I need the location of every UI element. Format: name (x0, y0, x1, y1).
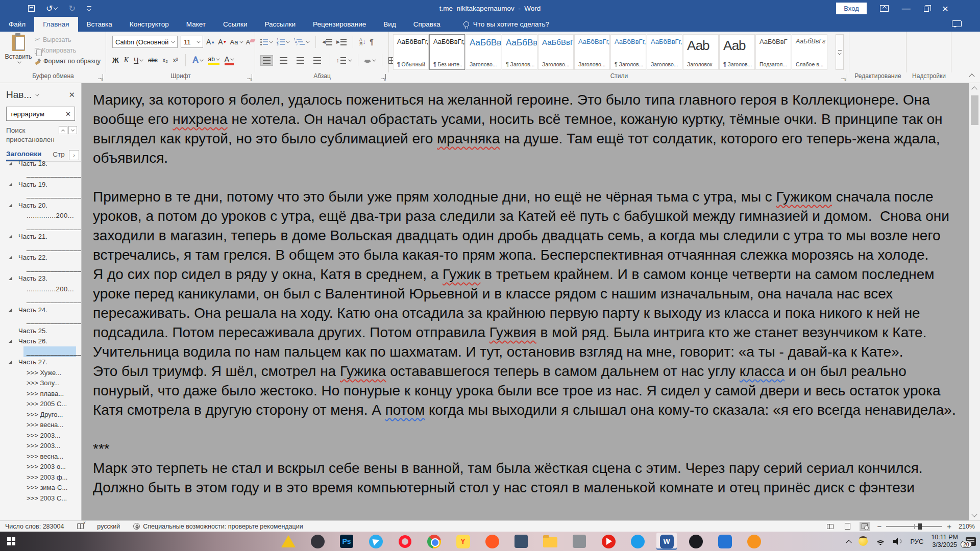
nav-heading-item[interactable]: >>> 2003... (0, 430, 81, 441)
style-card[interactable]: АаБбВвГг,¶ Обычный (393, 34, 429, 70)
amber-app-taskbar-button[interactable] (744, 533, 764, 550)
nav-heading-item[interactable]: Часть 22. (0, 253, 81, 263)
nav-heading-item[interactable]: Часть 24. (0, 305, 81, 315)
telegram-app-taskbar-button[interactable] (365, 533, 386, 550)
read-mode-button[interactable] (825, 522, 835, 531)
font-name-combobox[interactable]: Calibri (Основной (112, 36, 178, 48)
previous-result-button[interactable] (59, 126, 67, 134)
zoom-out-button[interactable]: − (877, 522, 881, 530)
clear-search-icon[interactable]: ✕ (65, 110, 71, 118)
close-button[interactable]: × (942, 3, 948, 14)
nav-heading-item[interactable]: >>> Хуже... (0, 367, 81, 378)
zoom-level[interactable]: 210% (959, 523, 975, 530)
nav-heading-item[interactable]: >>> 2005 С... (0, 399, 81, 410)
tab-Вставка[interactable]: Вставка (78, 17, 121, 32)
style-card[interactable]: АаБбВвГПодзагол... (755, 34, 791, 70)
undo-button[interactable]: ↺ (46, 4, 57, 13)
chrome-app-taskbar-button[interactable] (424, 533, 444, 550)
print-layout-button[interactable] (842, 522, 852, 531)
red-play-app-taskbar-button[interactable] (598, 533, 619, 550)
comments-icon[interactable] (952, 20, 962, 27)
yellow-triangle-app-taskbar-button[interactable] (278, 533, 299, 550)
grow-font-button[interactable]: А▲ (206, 38, 215, 46)
style-card[interactable]: Ааb¶ Заголов... (719, 34, 755, 70)
yandex-browser-app-taskbar-button[interactable]: Y (453, 533, 473, 550)
orange-app-taskbar-button[interactable] (482, 533, 502, 550)
tell-me-search[interactable]: Что вы хотите сделать? (463, 17, 549, 32)
emoji-tray-icon[interactable] (859, 537, 868, 546)
paragraph-dialog-launcher[interactable] (381, 74, 386, 79)
font-dialog-launcher[interactable] (247, 74, 252, 79)
navigation-search-input[interactable]: террариум ✕ (6, 107, 75, 121)
line-spacing-button[interactable]: ↕ (336, 57, 352, 64)
nav-heading-item[interactable]: ______________... (0, 190, 81, 201)
clipboard-dialog-launcher[interactable] (98, 74, 103, 79)
bullets-button[interactable] (260, 39, 273, 45)
nav-heading-item[interactable]: Часть 21. (0, 232, 81, 242)
nav-heading-item[interactable]: Часть 20. (0, 200, 81, 211)
collapse-triangle-icon[interactable] (9, 256, 12, 259)
tab-Файл[interactable]: Файл (0, 17, 34, 32)
hidden-icons-chevron[interactable] (846, 540, 852, 545)
nav-heading-item[interactable]: ______________... (0, 242, 81, 253)
align-right-button[interactable] (294, 55, 307, 66)
nav-heading-item[interactable]: Часть 19. (0, 179, 81, 190)
tab-Рецензирование[interactable]: Рецензирование (304, 17, 375, 32)
grey-app-taskbar-button[interactable] (569, 533, 590, 550)
opera-app-taskbar-button[interactable] (395, 533, 415, 550)
customize-quick-access-button[interactable] (87, 6, 91, 11)
scroll-down-icon[interactable] (971, 511, 977, 517)
nav-heading-item[interactable]: Часть 26. (0, 336, 81, 347)
strikethrough-button[interactable]: abc (148, 57, 157, 64)
chevron-down-icon[interactable] (36, 92, 39, 96)
tab-Макет[interactable]: Макет (178, 17, 214, 32)
photoshop-app-taskbar-button[interactable]: Ps (336, 533, 357, 550)
style-card[interactable]: АаbЗаголовок (683, 34, 719, 70)
style-card[interactable]: АаБбВвГг,¶ Без инте... (429, 34, 465, 70)
language-indicator[interactable]: русский (97, 523, 120, 530)
nav-heading-item[interactable]: >>> 2003 С... (0, 493, 81, 504)
blue-square-app-taskbar-button[interactable] (715, 533, 735, 550)
copy-button[interactable]: Копировать (35, 47, 101, 54)
style-card[interactable]: АаБбВвГг¶ Заголов... (502, 34, 537, 70)
scrollbar-thumb[interactable] (971, 95, 978, 125)
action-center-icon[interactable]: 20 (966, 537, 976, 546)
file-explorer-app-taskbar-button[interactable] (540, 533, 560, 550)
tab-Рассылки[interactable]: Рассылки (256, 17, 305, 32)
minimize-button[interactable]: — (902, 4, 911, 13)
nav-heading-item[interactable]: >>> 2003 ф... (0, 472, 81, 483)
collapse-triangle-icon[interactable] (9, 339, 12, 343)
font-size-combobox[interactable]: 11 (181, 36, 203, 48)
collapse-triangle-icon[interactable] (9, 204, 12, 207)
redo-button[interactable]: ↻ (68, 4, 75, 13)
cut-button[interactable]: ✂Вырезать (35, 36, 101, 43)
keyboard-language[interactable]: РУС (910, 538, 923, 545)
superscript-button[interactable]: x² (173, 57, 178, 64)
ribbon-display-options-button[interactable] (880, 5, 889, 12)
collapse-triangle-icon[interactable] (9, 308, 12, 312)
volume-icon[interactable] (893, 538, 902, 545)
word-count[interactable]: Число слов: 283004 (5, 523, 64, 530)
nav-heading-item[interactable]: >>> Друго... (0, 409, 81, 420)
nav-heading-item[interactable]: Часть 25. (0, 325, 81, 336)
sort-button[interactable]: АЯ↓ (359, 38, 366, 46)
black-bird-app-taskbar-button[interactable] (685, 533, 706, 550)
styles-dialog-launcher[interactable] (841, 74, 846, 79)
nav-heading-item[interactable]: >>> 2003 о... (0, 462, 81, 472)
subscript-button[interactable]: x₂ (162, 57, 168, 64)
tab-Ссылки[interactable]: Ссылки (214, 17, 256, 32)
style-card[interactable]: АаБбВвГг,Заголово... (647, 34, 682, 70)
style-card[interactable]: АаБбВвГгЗаголово... (538, 34, 574, 70)
nav-heading-item[interactable]: ..............200... (0, 284, 81, 294)
nav-heading-item[interactable]: >>> Золу... (0, 378, 81, 389)
highlight-color-button[interactable]: ab (208, 56, 219, 65)
align-left-button[interactable] (260, 55, 273, 66)
nav-heading-item[interactable]: ______________... (0, 221, 81, 232)
collapse-triangle-icon[interactable] (9, 162, 12, 165)
zoom-slider-thumb[interactable] (918, 523, 922, 530)
tab-Вид[interactable]: Вид (375, 17, 404, 32)
next-result-button[interactable] (68, 126, 77, 134)
collapse-triangle-icon[interactable] (9, 360, 12, 364)
multilevel-list-button[interactable]: 1ai (293, 39, 309, 45)
decrease-indent-button[interactable]: ◀ (322, 39, 332, 45)
